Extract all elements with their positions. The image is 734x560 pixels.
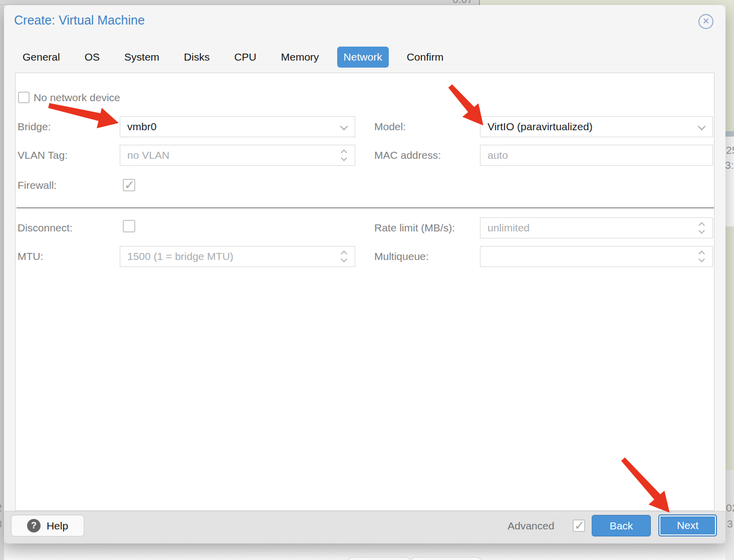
section-divider bbox=[17, 207, 714, 208]
background-fragment: 3:1 bbox=[725, 159, 734, 171]
tab-memory[interactable]: Memory bbox=[281, 51, 319, 63]
background-top-right-strip bbox=[480, 0, 734, 5]
background-fragment: 25 bbox=[726, 144, 734, 156]
help-button[interactable]: ? Help bbox=[11, 515, 84, 536]
background-panel-edge bbox=[725, 131, 734, 136]
mtu-input[interactable] bbox=[120, 246, 355, 266]
help-icon: ? bbox=[27, 519, 41, 532]
create-vm-dialog: Create: Virtual Machine ✕ General OS Sys… bbox=[4, 5, 725, 543]
background-fragment: 3 bbox=[727, 518, 733, 530]
close-icon[interactable]: ✕ bbox=[698, 14, 713, 29]
spinner-icon[interactable] bbox=[698, 221, 705, 235]
background-fragment: 2 bbox=[0, 502, 2, 514]
firewall-checkbox[interactable] bbox=[123, 179, 135, 191]
background-top-strip: 0.07 bbox=[0, 0, 480, 5]
rate-limit-label: Rate limit (MB/s): bbox=[374, 217, 455, 238]
rate-limit-field[interactable] bbox=[480, 217, 713, 238]
tab-confirm[interactable]: Confirm bbox=[407, 51, 444, 63]
vlan-tag-field[interactable] bbox=[120, 145, 355, 166]
no-network-device-checkbox[interactable] bbox=[18, 92, 30, 103]
tab-system[interactable]: System bbox=[124, 51, 159, 63]
tab-bar: General OS System Disks CPU Memory Netwo… bbox=[23, 45, 443, 69]
background-right-strip: 25 3:1 02 3 bbox=[725, 5, 734, 560]
background-graph-value: 0.07 bbox=[452, 0, 473, 5]
bridge-input[interactable] bbox=[120, 117, 355, 137]
mac-address-input[interactable] bbox=[480, 145, 712, 165]
advanced-label: Advanced bbox=[508, 520, 554, 532]
back-button[interactable]: Back bbox=[592, 515, 651, 536]
background-fragment: 02 bbox=[726, 502, 734, 514]
dialog-footer: ? Help Advanced Back Next bbox=[4, 511, 725, 543]
mtu-field[interactable] bbox=[120, 246, 355, 267]
spinner-icon[interactable] bbox=[698, 250, 705, 264]
mac-address-field[interactable] bbox=[480, 145, 713, 166]
background-bottom-strip bbox=[4, 543, 725, 560]
dialog-title: Create: Virtual Machine bbox=[14, 13, 145, 28]
tab-general[interactable]: General bbox=[23, 51, 60, 63]
mtu-label: MTU: bbox=[18, 246, 43, 267]
background-left-strip: 2 3 bbox=[0, 5, 4, 560]
multiqueue-input[interactable] bbox=[480, 246, 712, 266]
help-button-label: Help bbox=[47, 520, 68, 532]
tab-os[interactable]: OS bbox=[85, 51, 100, 63]
spinner-icon[interactable] bbox=[341, 250, 348, 264]
background-button-stub bbox=[411, 557, 481, 560]
mac-address-label: MAC address: bbox=[374, 145, 441, 166]
vlan-tag-label: VLAN Tag: bbox=[18, 145, 68, 166]
model-label: Model: bbox=[374, 116, 406, 137]
network-form-panel: No network device Bridge: Model: VLAN Ta… bbox=[15, 73, 714, 511]
firewall-label: Firewall: bbox=[18, 175, 57, 196]
background-panel-edge bbox=[725, 470, 734, 560]
next-button[interactable]: Next bbox=[658, 514, 717, 536]
disconnect-label: Disconnect: bbox=[18, 217, 73, 238]
bridge-field[interactable] bbox=[120, 116, 355, 137]
advanced-checkbox[interactable] bbox=[573, 519, 585, 532]
tab-disks[interactable]: Disks bbox=[184, 51, 209, 63]
rate-limit-input[interactable] bbox=[480, 218, 712, 238]
tab-network[interactable]: Network bbox=[337, 47, 389, 68]
model-input[interactable] bbox=[480, 117, 712, 137]
background-fragment: 3 bbox=[0, 518, 2, 530]
multiqueue-field[interactable] bbox=[480, 246, 713, 267]
model-field[interactable] bbox=[480, 116, 713, 137]
multiqueue-label: Multiqueue: bbox=[374, 246, 429, 267]
no-network-device-label: No network device bbox=[34, 87, 120, 108]
vlan-tag-input[interactable] bbox=[120, 145, 355, 165]
spinner-icon[interactable] bbox=[341, 149, 348, 163]
disconnect-checkbox[interactable] bbox=[123, 220, 135, 232]
tab-cpu[interactable]: CPU bbox=[234, 51, 256, 63]
bridge-label: Bridge: bbox=[18, 116, 51, 137]
background-button-stub bbox=[348, 557, 410, 560]
